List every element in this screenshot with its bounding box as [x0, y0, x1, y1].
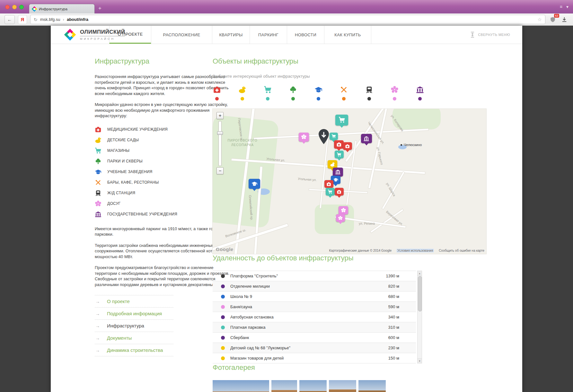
- filter-railway[interactable]: [365, 86, 374, 100]
- duck-icon: [95, 137, 101, 144]
- map-marker-shop[interactable]: [326, 188, 335, 196]
- table-row[interactable]: Отделение милиции 820 м: [213, 281, 416, 292]
- map-marker-government[interactable]: [361, 134, 372, 143]
- zoom-in-button[interactable]: +: [216, 112, 224, 119]
- category-kindergartens: ДЕТСКИЕ САДЫ: [95, 135, 232, 145]
- nav-item-news[interactable]: НОВОСТИ: [287, 26, 324, 44]
- gallery-photo[interactable]: [213, 380, 269, 392]
- scroll-down-icon[interactable]: ▼: [418, 358, 422, 363]
- nav-item-how-to-buy[interactable]: КАК КУПИТЬ: [324, 26, 371, 44]
- scrollbar-thumb[interactable]: [418, 276, 422, 311]
- leisure-icon: [301, 134, 307, 140]
- browser-tab[interactable]: Инфраструктура: [29, 4, 95, 13]
- url-separator: ›: [63, 17, 64, 22]
- filter-restaurants[interactable]: [339, 86, 348, 100]
- parking-paragraph: Имеется многоуровневый паркинг на 1910 м…: [95, 226, 232, 237]
- map-attribution: Картографические данные © 2014 Google Ус…: [329, 249, 484, 252]
- link-about-project[interactable]: → О проекте: [95, 295, 173, 308]
- link-details[interactable]: → Подробная информация: [95, 308, 173, 320]
- map-marker-medical[interactable]: [343, 142, 352, 150]
- filter-shops[interactable]: [263, 86, 272, 100]
- table-scrollbar[interactable]: ▲ ▼: [417, 271, 422, 363]
- nav-item-parking[interactable]: ПАРКИНГ: [250, 26, 287, 44]
- table-row[interactable]: Автобусная остановка 340 м: [213, 312, 416, 322]
- filter-dot: [342, 97, 346, 100]
- infrastructure-map[interactable]: ПИРОГОВСКОГО ЛЕСОПАРКА Пироговское ш. Уг…: [213, 109, 486, 254]
- filter-kindergartens[interactable]: [238, 86, 247, 100]
- zoom-slider-track[interactable]: [218, 121, 222, 166]
- zoom-slider-handle[interactable]: [217, 131, 223, 135]
- table-row[interactable]: Магазин товаров для детей 150 м: [213, 353, 416, 363]
- map-marker-medical[interactable]: [335, 188, 344, 196]
- map-marker-leisure[interactable]: [339, 206, 348, 214]
- map-marker-government[interactable]: [333, 168, 343, 177]
- table-row[interactable]: Платформа "Строитель" 1390 м: [213, 271, 416, 281]
- nav-item-location[interactable]: РАСПОЛОЖЕНИЕ: [151, 26, 212, 44]
- table-row[interactable]: Детский сад № 68 "Лукоморье" 230 м: [213, 343, 416, 353]
- map-marker-shop[interactable]: [335, 115, 348, 126]
- reload-icon[interactable]: ↻: [34, 17, 38, 22]
- category-shops: МАГАЗИНЫ: [95, 145, 232, 156]
- gallery-photo[interactable]: [299, 380, 327, 392]
- zoom-out-button[interactable]: −: [216, 167, 224, 174]
- traffic-lights: [5, 5, 24, 9]
- duck-icon: [238, 86, 246, 94]
- filter-government[interactable]: [416, 86, 424, 100]
- filter-schools[interactable]: [314, 86, 323, 100]
- nav-item-flats[interactable]: КВАРТИРЫ: [212, 26, 250, 44]
- scroll-up-icon[interactable]: ▲: [418, 271, 422, 276]
- protect-button[interactable]: 63: [549, 15, 557, 24]
- nav-item-about[interactable]: О ПРОЕКТЕ: [109, 26, 151, 44]
- cart-icon: [95, 147, 101, 154]
- filter-dot: [215, 97, 219, 100]
- filter-parks[interactable]: [289, 86, 297, 100]
- map-marker-school[interactable]: [249, 179, 260, 189]
- project-location-pin[interactable]: [318, 129, 330, 146]
- objects-subtitle: Выберите интересующий объект инфраструкт…: [213, 74, 486, 79]
- collapse-menu-button[interactable]: СВЕРНУТЬ МЕНЮ: [470, 26, 510, 44]
- bookmark-star-icon[interactable]: ☆: [538, 17, 542, 22]
- link-documents[interactable]: → Документы: [95, 332, 173, 344]
- map-marker-leisure[interactable]: [336, 214, 345, 222]
- map-marker-shop[interactable]: [330, 133, 338, 140]
- leisure-icon: [338, 216, 343, 221]
- close-window-button[interactable]: [5, 5, 10, 9]
- filter-medical[interactable]: [213, 86, 221, 100]
- link-construction-progress[interactable]: → Динамика строительства: [95, 344, 173, 356]
- browser-menu-icon[interactable]: ≡: [560, 4, 562, 9]
- table-row[interactable]: Баня/сауна 590 м: [213, 302, 416, 312]
- arrow-right-icon: →: [95, 323, 100, 328]
- graduation-cap-icon: [314, 86, 322, 94]
- bank-icon: [95, 211, 101, 218]
- map-marker-medical[interactable]: [324, 180, 333, 188]
- category-dot: [221, 305, 225, 309]
- yandex-logo-button[interactable]: Я: [18, 15, 27, 24]
- gallery-photo[interactable]: [271, 380, 297, 392]
- category-dot: [221, 336, 225, 340]
- downloads-button[interactable]: [560, 15, 569, 24]
- chevron-down-icon[interactable]: ▾: [566, 4, 569, 9]
- category-leisure: ДОСУГ: [95, 198, 232, 209]
- map-marker-medical[interactable]: [334, 140, 344, 149]
- zoom-window-button[interactable]: [19, 5, 24, 9]
- medcase-icon: [326, 182, 331, 187]
- terms-link[interactable]: Условия использования: [397, 249, 434, 252]
- address-bar[interactable]: ↻ msk.bfg.su › about/infra ☆: [30, 15, 545, 24]
- minimize-window-button[interactable]: [12, 5, 17, 9]
- map-marker-leisure[interactable]: [299, 133, 309, 142]
- page-title: Инфраструктура: [95, 57, 232, 65]
- back-button[interactable]: ←: [4, 15, 15, 24]
- new-tab-button[interactable]: +: [98, 5, 101, 11]
- table-row[interactable]: Школа № 9 680 м: [213, 292, 416, 302]
- map-marker-shop[interactable]: [335, 151, 344, 158]
- gallery-photo[interactable]: [329, 380, 356, 392]
- table-row[interactable]: Сбербанк 600 м: [213, 333, 416, 343]
- filter-leisure[interactable]: [390, 86, 399, 100]
- table-row[interactable]: Платная парковка 310 м: [213, 322, 416, 333]
- graduation-cap-icon: [251, 181, 258, 187]
- graduation-cap-icon: [95, 169, 101, 175]
- tree-icon: [289, 86, 297, 94]
- report-error-link[interactable]: Сообщить об ошибке на карте: [439, 249, 484, 252]
- distances-table: Платформа "Строитель" 1390 м Отделение м…: [213, 271, 486, 363]
- gallery-photo[interactable]: [358, 380, 386, 392]
